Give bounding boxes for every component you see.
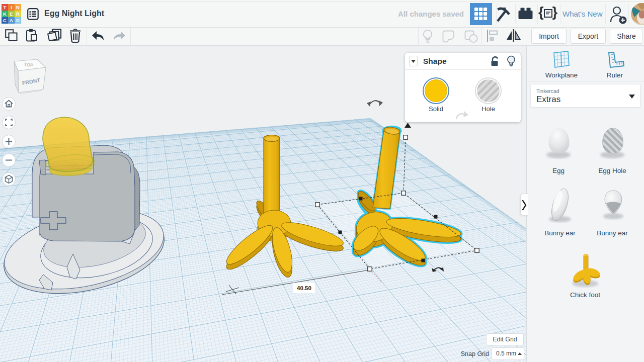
svg-text:40.50: 40.50	[297, 285, 311, 291]
